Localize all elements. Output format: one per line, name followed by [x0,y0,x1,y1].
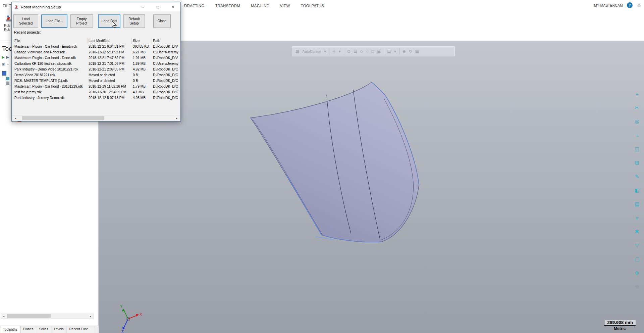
window-icon[interactable]: ◫ [633,145,641,153]
cell-size: 1.91 MB [132,56,152,60]
help-icon[interactable]: ? [627,2,633,8]
cell-modified: 2018-12-19 11:02:16 PM [88,85,132,88]
trim-icon[interactable]: ✂ [633,104,641,112]
cell-path: D:/RoboDK_D/C [152,96,180,100]
load-file-button[interactable]: Load File... [41,14,67,28]
cell-path: D:/RoboDK_D/C [152,79,180,83]
half-shade-icon[interactable]: ◧ [633,186,641,194]
robot-button-label2: Rob [4,28,10,32]
table-header: File Last Modified Size Path [13,37,180,44]
run-all-icon[interactable]: ▶ [6,55,9,59]
cell-modified: 2018-12-12 5:07:13 PM [88,96,132,100]
robot-button-label: Rob [4,24,10,28]
scrollbar-thumb[interactable] [7,314,51,318]
cell-modified: 2018-12-12 5:11:52 PM [88,50,132,54]
machine-group-icon[interactable] [2,71,6,76]
cell-modified: 2018-12-20 12:54:59 PM [88,90,132,94]
header-path[interactable]: Path [152,37,180,44]
my-mastercam-link[interactable]: MY MASTERCAM [594,3,623,7]
tree-item-icon[interactable] [6,77,9,80]
tab-solids[interactable]: Solids [36,326,51,333]
cell-modified: Moved or deleted [88,79,132,83]
z-axis-label: Z [121,330,124,333]
plus-icon[interactable]: + [633,90,641,98]
table-row[interactable]: test for jeremy.rdk 2018-12-20 12:54:59 … [13,89,180,95]
spline-icon[interactable]: ≈ [633,131,641,139]
y-axis-label: Y [120,304,123,308]
wave-icon[interactable]: ≈ [7,62,9,66]
table-row[interactable]: Mastercam Plugin - Car hood - 20181219.r… [13,84,180,89]
window-controls: – □ × [135,2,180,11]
table-row[interactable]: Change ViewPose and Robot.rdk 2018-12-12… [13,49,180,55]
table-row[interactable]: Calibration KR 120-first-set-a2pos.rdk 2… [13,61,180,66]
panel-horizontal-scrollbar[interactable]: ◂ ▸ [1,314,94,319]
lock-icon[interactable]: ▣ [2,62,5,66]
cell-file: test for jeremy.rdk [13,90,88,94]
x-axis-label: X [140,312,142,316]
close-icon[interactable]: × [165,2,180,11]
cell-file: Demo Video 20181221.rdk [13,73,88,77]
triangle-icon[interactable]: ▽ [633,241,641,249]
tree-item-icon[interactable] [6,82,9,85]
layers-icon[interactable]: ≡ [633,214,641,222]
sketch-icon[interactable]: ✎ [633,173,641,181]
tab-toolpaths-manager[interactable]: Toolpaths [0,326,20,333]
table-row[interactable]: Mastercam Plugin - Car hood - Empty.rdk … [13,44,180,49]
cell-file: RC3L MASTER TEMPLATE (1).rdk [13,79,88,83]
circle-center-icon[interactable]: ◎ [633,117,641,126]
viewport-right-toolbar: + ✂ ◎ ≈ ◫ ⊞ ✎ ◧ ▤ ≡ ✱ ▽ ▢ ⊕ ⊗ [633,90,641,291]
cell-file: Mastercam Plugin - Car hood - 20181219.r… [13,85,88,88]
tab-toolpaths[interactable]: TOOLPATHS [300,4,325,8]
load-selected-button[interactable]: Load Selected [13,14,38,28]
solid-cube-icon[interactable]: ⊞ [633,159,641,167]
table-row[interactable]: Park Industry - Jeremy Demo.rdk 2018-12-… [13,95,180,101]
cell-path: C:/Users/Jeremy [152,62,180,65]
empty-project-button[interactable]: Empty Project [70,14,93,28]
feedback-icon[interactable]: ☺ [637,3,641,8]
cell-file: Mastercam Plugin - Car hood - Empty.rdk [13,45,88,48]
default-setup-button[interactable]: Default Setup [123,14,145,28]
table-row[interactable]: Demo Video 20181221.rdk Moved or deleted… [13,72,180,78]
tab-levels[interactable]: Levels [51,326,67,333]
wcs-gizmo: Y X Z [118,303,142,333]
hatch-icon[interactable]: ▤ [633,200,641,208]
table-row[interactable]: Mastercam Plugin - Car hood - Done.rdk 2… [13,55,180,61]
minimize-icon[interactable]: – [135,2,150,11]
scale-value: 289.608 mm [604,320,636,326]
scroll-left-icon[interactable]: ◂ [13,116,18,121]
circle-cross-icon[interactable]: ⊗ [633,283,641,291]
scroll-left-icon[interactable]: ◂ [1,314,6,319]
dialog-titlebar[interactable]: Robot Machining Setup – □ × [12,2,180,11]
tab-drafting[interactable]: DRAFTING [183,4,205,8]
table-row[interactable]: RC3L MASTER TEMPLATE (1).rdk Moved or de… [13,78,180,84]
cell-modified: 2018-12-21 7:47:32 PM [88,56,132,60]
cell-path: D:/RoboDK_D/C [152,67,180,71]
maximize-icon[interactable]: □ [150,2,165,11]
panel-icon[interactable]: ▢ [633,255,641,263]
header-last-modified[interactable]: Last Modified [88,37,132,44]
cell-path: D:/RoboDK_D/C [152,73,180,77]
cell-path: D:/RoboDK_D/V [152,45,180,48]
run-icon[interactable]: ▶ [2,55,4,59]
tab-machine[interactable]: MACHINE [250,4,270,8]
tab-file[interactable]: FILE [2,4,12,8]
header-size[interactable]: Size [132,37,152,44]
tab-transform[interactable]: TRANSFORM [214,4,241,8]
robot-machining-setup-dialog: Robot Machining Setup – □ × Load Selecte… [11,2,181,122]
units-label: Metric [604,326,636,331]
close-button[interactable]: Close [153,14,171,28]
scroll-right-icon[interactable]: ▸ [174,116,179,121]
scroll-right-icon[interactable]: ▸ [88,314,93,319]
tab-view[interactable]: VIEW [279,4,290,8]
recent-projects-label: Recent projects: [14,30,180,34]
dialog-horizontal-scrollbar[interactable]: ◂ ▸ [12,115,180,121]
header-file[interactable]: File [13,37,88,44]
table-row[interactable]: Park Industry - Demo Video 20181221.rdk … [13,66,180,72]
target-icon[interactable]: ⊕ [633,269,641,277]
burst-icon[interactable]: ✱ [633,228,641,236]
scrollbar-thumb[interactable] [22,116,104,120]
cell-size: 6.21 MB [132,50,152,54]
ribbon-right-group: MY MASTERCAM ? ☺ [594,2,641,8]
tab-planes[interactable]: Planes [20,326,37,333]
tab-recent-functions[interactable]: Recent Func... [67,326,94,333]
